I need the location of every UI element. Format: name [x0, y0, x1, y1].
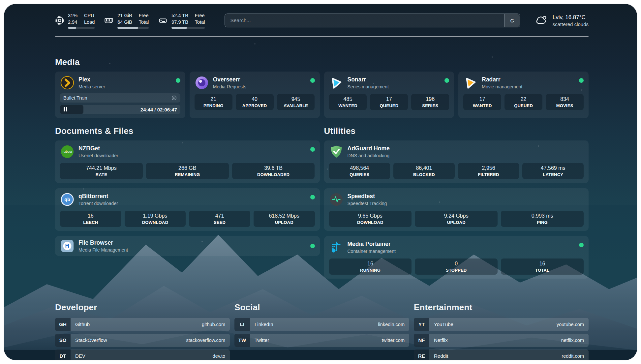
service-card-portainer[interactable]: Media Portainer Container management 16 … [324, 236, 589, 279]
bookmark-badge: LI [234, 318, 250, 331]
stat-box: 196 SERIES [411, 94, 449, 110]
service-description: Usenet downloader [78, 153, 118, 158]
service-description: Speedtest Tracking [348, 201, 387, 206]
stat-value: 471 [190, 213, 249, 219]
stat-value: 16 [330, 261, 411, 267]
stat-label: WANTED [465, 103, 500, 108]
search-input[interactable] [225, 14, 520, 27]
status-dot-online [310, 195, 315, 199]
pause-button[interactable] [60, 105, 83, 114]
speedtest-icon [329, 192, 344, 207]
bookmark-group-entertainment: Entertainment YT YouTube youtube.com NF … [414, 302, 589, 360]
service-card-qbittorrent[interactable]: qb qBittorrent Torrent downloader [55, 188, 320, 231]
cpu-widget: 31% 2.94 CPU Load [55, 13, 95, 29]
bookmark-twitter[interactable]: TW Twitter twitter.com [234, 334, 409, 347]
bookmark-label: DEV [71, 353, 85, 359]
bookmark-netflix[interactable]: NF Netflix netflix.com [414, 334, 589, 347]
section-title-social: Social [234, 302, 409, 313]
service-card-overseerr[interactable]: Overseerr Media Requests 21 PENDING 40 A… [190, 72, 320, 118]
stat-box: 9.65 Gbps DOWNLOAD [329, 211, 412, 227]
stat-box: 618.52 Mbps UPLOAD [254, 211, 315, 227]
now-playing-row: Bullet Train [60, 93, 180, 103]
search-engine-button[interactable]: G [504, 14, 520, 27]
stat-box: 22 QUEUED [504, 94, 542, 110]
service-description: Media File Management [78, 247, 128, 253]
stat-value: 266 GB [147, 165, 228, 171]
bookmark-badge: RE [414, 349, 429, 360]
service-card-radarr[interactable]: Radarr Movie management 17 WANTED 22 QUE… [458, 72, 589, 118]
stat-box: 40 APPROVED [236, 94, 274, 110]
service-card-sonarr[interactable]: Sonarr Series management 485 WANTED 17 Q… [324, 72, 454, 118]
bookmark-stackoverflow[interactable]: SO StackOverflow stackoverflow.com [55, 334, 230, 347]
stat-box: 1.19 Gbps DOWNLOAD [125, 211, 186, 227]
service-card-nzbget[interactable]: nzbget NZBGet Usenet downloader 74 [55, 140, 320, 183]
bookmark-group-social: Social LI LinkedIn linkedin.com TW Twitt… [234, 302, 409, 360]
stat-value: 21 [196, 96, 231, 102]
bookmark-url: linkedin.com [378, 322, 409, 327]
cloud-icon [534, 14, 549, 27]
stat-value: 40 [237, 96, 272, 102]
stat-box: 744.21 Mbps RATE [60, 163, 143, 179]
stat-label: MOVIES [547, 103, 582, 108]
service-card-plex[interactable]: Plex Media server Bullet Train [55, 72, 185, 118]
snow-specks [4, 4, 5, 5]
stat-label: TOTAL [502, 268, 582, 273]
stat-label: STOPPED [416, 268, 496, 273]
section-title-developer: Developer [55, 302, 230, 313]
weather-location-temp: Lviv, 16.87°C [553, 14, 589, 21]
stat-label: BLOCKED [395, 172, 453, 177]
adguard-icon [329, 144, 344, 159]
bookmark-linkedin[interactable]: LI LinkedIn linkedin.com [234, 318, 409, 331]
bookmark-url: reddit.com [562, 353, 589, 359]
service-card-speedtest[interactable]: Speedtest Speedtest Tracking 9.65 Gbps D… [324, 188, 589, 231]
bookmark-label: LinkedIn [250, 321, 273, 327]
stat-value: 17 [371, 96, 407, 102]
bookmark-dev[interactable]: DT DEV dev.to [55, 349, 230, 360]
bookmark-label: Github [71, 321, 90, 327]
stat-box: 17 QUEUED [370, 94, 408, 110]
bookmark-label: Reddit [429, 353, 448, 359]
memory-total-value: 64 GiB [117, 19, 132, 26]
service-card-filebrowser[interactable]: File Browser Media File Management [55, 236, 320, 256]
memory-free-label: Free [139, 13, 149, 19]
stat-box: 0.993 ms PING [501, 211, 584, 227]
bookmark-youtube[interactable]: YT YouTube youtube.com [414, 318, 589, 331]
stat-label: RATE [61, 172, 141, 177]
plex-icon [60, 76, 75, 90]
service-name: Media Portainer [348, 241, 396, 248]
cpu-label: CPU [84, 13, 95, 19]
bookmark-label: Twitter [250, 337, 269, 343]
bookmark-github[interactable]: GH Github github.com [55, 318, 230, 331]
playback-progressbar: 24:44 / 02:06:47 [60, 105, 180, 114]
portainer-icon [329, 240, 344, 255]
bookmark-label: Netflix [429, 337, 448, 343]
stat-box: 16 TOTAL [501, 258, 584, 275]
stat-label: APPROVED [237, 103, 272, 108]
bookmark-url: stackoverflow.com [186, 338, 230, 343]
stat-label: PENDING [196, 103, 231, 108]
stat-box: 471 SEED [189, 211, 250, 227]
stat-value: 47.569 ms [524, 165, 582, 171]
svg-text:nzbget: nzbget [63, 150, 72, 153]
stat-label: UPLOAD [255, 220, 314, 225]
stat-label: SEED [190, 220, 249, 225]
service-name: Speedtest [348, 193, 387, 200]
playback-time: 24:44 / 02:06:47 [140, 106, 177, 112]
service-card-adguard[interactable]: AdGuard Home DNS and adblocking 498,564 … [324, 140, 589, 183]
stat-value: 834 [547, 96, 582, 102]
bookmark-url: dev.to [213, 353, 230, 359]
stat-box: 266 GB REMAINING [146, 163, 229, 179]
memory-widget: 21 GiB 64 GiB Free Total [104, 13, 149, 29]
memory-progressbar [117, 27, 149, 29]
dashboard-window: 31% 2.94 CPU Load [4, 4, 637, 360]
disk-progressbar [171, 27, 205, 29]
stat-box: 2,956 FILTERED [458, 163, 519, 179]
bookmark-reddit[interactable]: RE Reddit reddit.com [414, 349, 589, 360]
service-name: Radarr [482, 76, 522, 83]
stat-value: 945 [278, 96, 314, 102]
service-description: Series management [348, 84, 389, 89]
nzbget-icon: nzbget [60, 144, 75, 159]
now-playing-title: Bullet Train [63, 95, 87, 101]
weather-widget: Lviv, 16.87°C scattered clouds [534, 14, 589, 27]
bookmark-badge: SO [55, 334, 71, 347]
